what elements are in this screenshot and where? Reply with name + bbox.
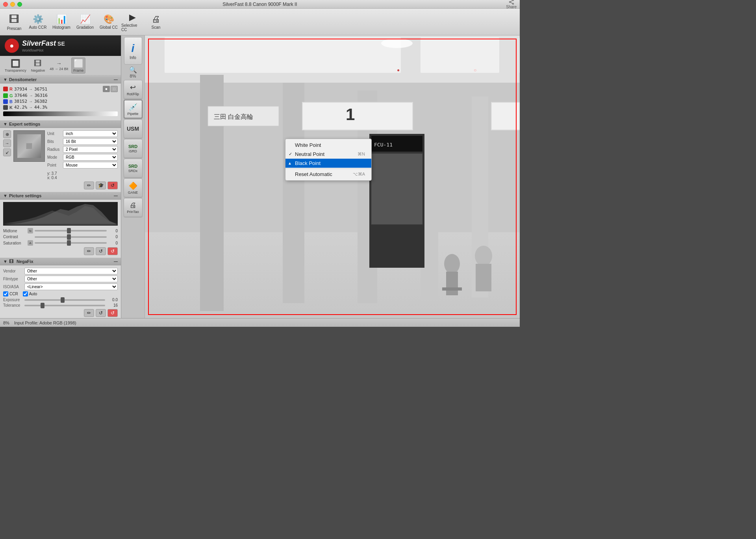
convert-button[interactable]: → 48 → 24 Bit <box>48 59 70 72</box>
histogram-icon: 📊 <box>56 14 67 24</box>
mode-select[interactable]: RGB <box>63 154 118 161</box>
svg-rect-26 <box>369 134 424 268</box>
midtone-thumb[interactable] <box>67 228 71 233</box>
filmtype-select[interactable]: Other <box>24 276 118 282</box>
svg-text:●: ● <box>397 67 400 73</box>
r-display-icons: ■ □ <box>103 86 118 92</box>
ccr-checkbox[interactable] <box>3 291 8 296</box>
printao-icon: 🖨 <box>130 201 137 209</box>
expert-side-btn2[interactable]: → <box>3 139 11 147</box>
expert-side-btn1[interactable]: ⊕ <box>3 130 11 138</box>
app-name: SilverFast <box>22 39 56 48</box>
densitometer-collapse-btn[interactable]: — <box>114 78 118 82</box>
densitometer-collapse-icon: ▼ <box>3 77 7 82</box>
ccr-checkbox-label[interactable]: CCR <box>3 291 18 296</box>
unit-select[interactable]: inch <box>63 130 118 137</box>
pipette-button[interactable]: 💉 Pipette <box>124 100 143 119</box>
negafix-cycle-btn[interactable]: ↺ <box>96 309 106 317</box>
reset-shortcut: ⌥⌘A <box>353 172 365 177</box>
printao-button[interactable]: 🖨 PrinTao <box>124 198 143 217</box>
negafix-collapse-icon: ▼ <box>3 259 7 264</box>
svg-rect-9 <box>519 37 520 73</box>
gradation-button[interactable]: 📈 Gradation <box>74 10 96 34</box>
vendor-select[interactable]: Other <box>24 268 118 274</box>
picture-collapse-btn[interactable]: — <box>114 194 118 198</box>
usm-button[interactable]: USM USM <box>124 119 143 138</box>
neutral-point-menu-item[interactable]: ✓ Neutral Point ⌘N <box>285 150 371 159</box>
white-point-menu-item[interactable]: White Point <box>285 141 371 150</box>
histogram-button[interactable]: 📊 Histogram <box>50 10 72 34</box>
srdx-button[interactable]: SRD SRDx <box>124 159 143 178</box>
expert-side-btn3[interactable]: ↙ <box>3 148 11 156</box>
reset-automatic-menu-item[interactable]: Reset Automatic ⌥⌘A <box>285 170 371 179</box>
expert-edit-btn[interactable]: ✏ <box>84 182 94 189</box>
y-coord: y: 3.7 <box>47 171 118 176</box>
negafix-edit-btn[interactable]: ✏ <box>84 309 94 317</box>
scan-button[interactable]: 🖨 Scan <box>145 10 167 34</box>
mode-label: Mode <box>47 155 61 159</box>
r-icon2[interactable]: □ <box>111 86 118 92</box>
negafix-section-header[interactable]: ▼ 🎞 NegaFix — <box>0 257 121 265</box>
svg-rect-32 <box>442 287 462 291</box>
exposure-track[interactable] <box>24 299 105 301</box>
gane-button[interactable]: 🔶 GANE <box>124 178 143 197</box>
bits-select[interactable]: 16 Bit <box>63 138 118 145</box>
selective-cc-button[interactable]: ▶ Selective CC <box>121 10 143 34</box>
auto-checkbox[interactable] <box>23 291 28 296</box>
black-point-menu-item[interactable]: ▲ Black Point <box>285 159 371 168</box>
midtone-track[interactable] <box>35 230 107 232</box>
svg-point-30 <box>444 254 460 274</box>
svg-rect-11 <box>200 75 224 311</box>
isrd-button[interactable]: SRD iSRD <box>124 139 143 158</box>
contrast-track[interactable] <box>35 236 107 238</box>
histogram-display <box>3 202 118 226</box>
share-button[interactable]: Share <box>506 0 517 9</box>
contrast-thumb[interactable] <box>67 234 71 240</box>
transparency-button[interactable]: 🔲 Transparency <box>3 58 28 73</box>
negafix-red-btn[interactable]: ↺ <box>107 309 118 317</box>
prescan-button[interactable]: 🎞 Prescan <box>3 10 25 34</box>
g-label: G <box>9 93 13 98</box>
expert-hat-btn[interactable]: 🎓 <box>96 182 106 189</box>
info-button[interactable]: i Info <box>124 37 142 65</box>
negative-button[interactable]: 🎞 Negative <box>30 58 47 73</box>
svg-rect-22 <box>302 102 413 130</box>
auto-ccr-button[interactable]: ⚙️ Auto CCR <box>27 10 49 34</box>
minimize-button[interactable] <box>10 2 15 7</box>
r-icon1[interactable]: ■ <box>103 86 110 92</box>
svg-point-33 <box>475 246 492 266</box>
radius-select[interactable]: 2 Pixel <box>63 146 118 153</box>
negafix-collapse-btn[interactable]: — <box>114 259 118 264</box>
expert-reset-btn[interactable]: ↺ <box>107 182 118 189</box>
negafix-checkboxes: CCR Auto <box>3 291 118 296</box>
saturation-track[interactable] <box>35 242 107 244</box>
saturation-thumb[interactable] <box>67 240 71 246</box>
frame-button[interactable]: ⬜ Frame <box>71 57 85 74</box>
rot-flip-button[interactable]: ↩ Rot/Flip <box>124 80 143 99</box>
close-button[interactable] <box>3 2 8 7</box>
exposure-thumb[interactable] <box>61 297 65 303</box>
picture-section-header[interactable]: ▼ Picture settings — <box>0 192 121 200</box>
main-image-area[interactable]: 三田 白金高輪 1 2 FCU-11 <box>145 35 520 318</box>
auto-checkbox-label[interactable]: Auto <box>23 291 37 296</box>
iso-select[interactable]: <Linear> <box>24 283 118 290</box>
point-select[interactable]: Mouse <box>63 162 118 169</box>
picture-reset-btn[interactable]: ↺ <box>96 247 106 255</box>
point-label: Point <box>47 163 61 167</box>
tolerance-track[interactable] <box>24 305 105 306</box>
tolerance-value: 16 <box>107 303 118 307</box>
picture-edit-btn[interactable]: ✏ <box>84 247 94 255</box>
exposure-label: Exposure <box>3 298 23 302</box>
global-cc-button[interactable]: 🎨 Global CC <box>98 10 120 34</box>
vendor-label: Vendor <box>3 269 23 273</box>
expert-section-header[interactable]: ▼ Expert settings <box>0 120 121 128</box>
svg-point-2 <box>509 2 510 3</box>
maximize-button[interactable] <box>17 2 22 7</box>
tolerance-thumb[interactable] <box>41 303 44 308</box>
svg-line-4 <box>510 2 512 4</box>
picture-red-btn[interactable]: ↺ <box>107 247 118 255</box>
gane-label: GANE <box>128 191 138 194</box>
picture-collapse-icon: ▼ <box>3 193 7 198</box>
app-logo: ● <box>5 39 19 53</box>
densitometer-section-header[interactable]: ▼ Densitometer — <box>0 76 121 83</box>
